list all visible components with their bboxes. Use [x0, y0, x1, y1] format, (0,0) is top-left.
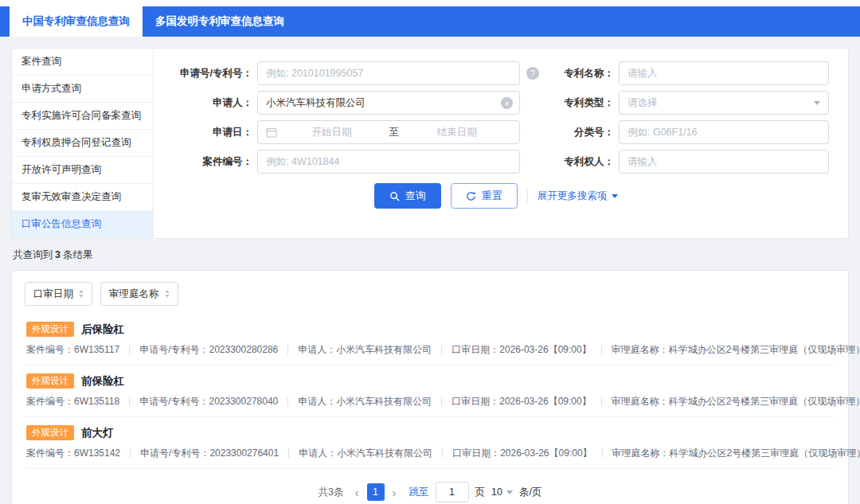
results-summary: 共查询到3条结果 — [13, 248, 847, 262]
end-date-placeholder[interactable]: 结束日期 — [402, 126, 511, 139]
expand-more-label: 展开更多搜索项 — [538, 189, 608, 203]
hearing-date: 口审日期：2026-03-26【09:00】 — [452, 343, 591, 357]
expand-more-link[interactable]: 展开更多搜索项 — [538, 189, 619, 203]
sidebar-item-application-mode-query[interactable]: 申请方式查询 — [12, 76, 153, 103]
sort-by-hearing-date-button[interactable]: 口审日期 — [25, 282, 92, 306]
field-separator — [441, 397, 442, 406]
applicant-field: ✕ — [257, 91, 520, 115]
chevron-down-icon — [506, 490, 513, 494]
result-list: 外观设计 后保险杠 案件编号：6W135117 申请号/专利号：20233002… — [25, 314, 835, 469]
pagination: 共3条 ‹ 1 › 跳至 页 10 条/页 — [25, 482, 835, 502]
prev-page-button[interactable]: ‹ — [354, 486, 361, 498]
summary-prefix: 共查询到 — [13, 249, 53, 260]
jump-page-input[interactable] — [436, 482, 469, 502]
apply-date-range-picker[interactable]: 开始日期 至 结束日期 — [257, 120, 520, 144]
next-page-button[interactable]: › — [391, 486, 398, 498]
sidebar-item-oral-hearing-query[interactable]: 口审公告信息查询 — [12, 211, 153, 238]
application-no: 申请号/专利号：2023300280286 — [139, 343, 278, 357]
result-row[interactable]: 外观设计 后保险杠 案件编号：6W135117 申请号/专利号：20233002… — [25, 314, 835, 365]
apply-date-label: 申请日： — [163, 126, 252, 139]
jump-to-label: 跳至 — [409, 486, 429, 499]
applicant: 申请人：小米汽车科技有限公司 — [299, 447, 432, 460]
class-no-label: 分类号： — [550, 126, 614, 139]
sidebar-item-open-license-query[interactable]: 开放许可声明查询 — [12, 157, 153, 184]
court-name: 审理庭名称：科学城办公区2号楼第三审理庭（仅现场审理） — [612, 395, 860, 408]
patent-type-placeholder: 请选择 — [627, 96, 658, 110]
field-separator — [129, 397, 130, 406]
search-icon — [389, 191, 400, 201]
sort-controls: 口审日期 审理庭名称 — [25, 282, 835, 306]
case-no: 案件编号：6W135142 — [26, 447, 120, 460]
patent-type-select[interactable]: 请选择 — [619, 91, 829, 115]
per-page-unit-label: 条/页 — [519, 486, 541, 499]
field-separator — [287, 397, 288, 406]
case-no-label: 案件编号： — [163, 155, 252, 169]
case-no: 案件编号：6W135117 — [26, 343, 119, 357]
applicant: 申请人：小米汽车科技有限公司 — [298, 395, 432, 408]
summary-suffix: 条结果 — [63, 249, 93, 260]
field-separator — [130, 449, 131, 458]
start-date-placeholder[interactable]: 开始日期 — [277, 126, 386, 139]
hearing-date: 口审日期：2026-03-26【09:00】 — [452, 395, 591, 408]
sidebar-item-license-filing-query[interactable]: 专利实施许可合同备案查询 — [12, 103, 153, 130]
sidebar-item-reexamination-decision-query[interactable]: 复审无效审查决定查询 — [12, 184, 153, 211]
case-no-input[interactable] — [258, 150, 519, 173]
application-no: 申请号/专利号：2023300278040 — [139, 395, 278, 408]
field-separator — [601, 346, 602, 354]
page-1-button[interactable]: 1 — [367, 483, 385, 501]
search-button-label: 查询 — [405, 189, 426, 203]
chevron-down-icon — [814, 101, 820, 105]
form-actions: 查询 重置 展开更多搜索项 — [163, 183, 829, 209]
top-tab-bar: 中国专利审查信息查询 多国发明专利审查信息查询 — [0, 6, 860, 37]
design-patent-tag: 外观设计 — [26, 373, 74, 389]
hearing-date: 口审日期：2026-03-26【09:00】 — [452, 447, 592, 460]
sort-hearing-date-label: 口审日期 — [33, 287, 73, 301]
court-name: 审理庭名称：科学城办公区2号楼第三审理庭（仅现场审理） — [612, 447, 860, 460]
application-no-input[interactable] — [258, 62, 519, 84]
patentee-input[interactable] — [620, 150, 828, 173]
applicant-label: 申请人： — [163, 96, 252, 110]
result-row[interactable]: 外观设计 前大灯 案件编号：6W135142 申请号/专利号：202330027… — [25, 417, 835, 469]
design-patent-tag: 外观设计 — [26, 425, 74, 440]
reset-button[interactable]: 重置 — [451, 183, 518, 209]
search-button[interactable]: 查询 — [374, 183, 441, 209]
chevron-down-icon — [612, 194, 618, 198]
summary-count: 3 — [55, 249, 61, 260]
results-panel: 口审日期 审理庭名称 外观设计 后保险杠 案件编号：6W135117 申请号/专… — [11, 270, 849, 504]
class-no-input[interactable] — [620, 121, 828, 143]
field-separator — [602, 449, 603, 458]
case-no: 案件编号：6W135118 — [26, 395, 119, 408]
field-separator — [442, 449, 443, 458]
application-no-field — [257, 61, 520, 85]
result-title: 后保险杠 — [81, 322, 124, 337]
sort-by-court-name-button[interactable]: 审理庭名称 — [100, 282, 178, 306]
page-unit-label: 页 — [475, 486, 486, 499]
applicant-input[interactable] — [258, 92, 519, 114]
pagination-total: 共3条 — [319, 486, 344, 499]
patentee-label: 专利权人： — [550, 155, 614, 169]
sort-icon — [79, 290, 84, 298]
tab-multinational-patent-query[interactable]: 多国发明专利审查信息查询 — [143, 6, 297, 37]
field-separator — [287, 346, 288, 354]
result-title: 前大灯 — [81, 426, 114, 440]
help-icon[interactable]: ? — [526, 67, 539, 80]
application-no-label: 申请号/专利号： — [163, 67, 252, 80]
clear-icon[interactable]: ✕ — [501, 97, 513, 109]
result-title: 前保险杠 — [81, 374, 124, 389]
calendar-icon — [266, 127, 277, 138]
tab-china-patent-query[interactable]: 中国专利审查信息查询 — [10, 6, 143, 37]
design-patent-tag: 外观设计 — [26, 322, 74, 337]
sidebar-item-case-query[interactable]: 案件查询 — [12, 49, 153, 76]
sort-icon — [165, 290, 170, 298]
case-no-field — [257, 150, 520, 174]
field-separator — [129, 346, 130, 354]
field-separator — [288, 449, 289, 458]
applicant: 申请人：小米汽车科技有限公司 — [298, 343, 432, 357]
patent-name-field — [619, 61, 829, 85]
application-no: 申请号/专利号：2023300276401 — [140, 447, 279, 460]
result-row[interactable]: 外观设计 前保险杠 案件编号：6W135118 申请号/专利号：20233002… — [25, 365, 835, 417]
patent-name-input[interactable] — [620, 62, 828, 84]
sidebar-item-pledge-registration-query[interactable]: 专利权质押合同登记查询 — [12, 130, 153, 157]
page-size-select[interactable]: 10 — [491, 486, 513, 498]
reset-button-label: 重置 — [482, 189, 502, 203]
